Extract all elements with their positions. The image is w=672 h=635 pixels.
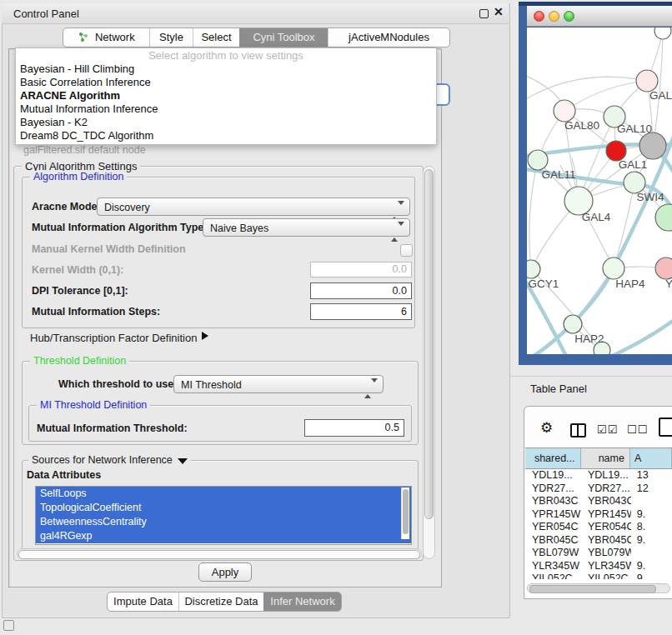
kernel-width-field[interactable]: 0.0 <box>310 262 412 278</box>
list-scrollbar[interactable] <box>401 488 409 539</box>
tab[interactable]: Network <box>63 28 149 47</box>
columns-icon[interactable] <box>570 423 586 438</box>
dropdown-item[interactable]: Bayesian - Hill Climbing <box>16 62 436 76</box>
cell-name: YBR043C <box>581 495 631 508</box>
deselect-checkboxes-icon[interactable]: ☐☐ <box>627 423 648 436</box>
close-icon[interactable]: ✕ <box>494 5 504 18</box>
network-canvas[interactable]: GALGAL80GAL10GAL1GAL11SWI4GAL4GCY1HAP4YH… <box>527 28 672 354</box>
list-item[interactable]: SelfLoops <box>36 487 411 501</box>
network-node[interactable] <box>655 204 672 231</box>
float-window-icon[interactable] <box>479 9 489 18</box>
data-attributes-list[interactable]: SelfLoops TopologicalCoefficient Between… <box>35 486 412 545</box>
table-row[interactable]: YLR345W YLR345W 9. <box>525 560 672 573</box>
cell-value: 9 <box>631 572 672 579</box>
bottom-tab[interactable]: Discretize Data <box>178 592 263 611</box>
tab[interactable]: Style <box>149 28 193 47</box>
list-item[interactable]: gal4RGexp <box>36 529 411 543</box>
dropdown-item-label: Dream8 DC_TDC Algorithm <box>20 129 153 142</box>
network-node-label: GAL <box>649 89 672 102</box>
stepper-icon <box>364 379 378 398</box>
table-horizontal-scrollbar[interactable] <box>527 583 670 593</box>
aracne-mode-select[interactable]: Discovery <box>97 198 410 216</box>
network-node[interactable] <box>603 258 624 279</box>
dropdown-item[interactable]: Basic Correlation Inference <box>16 76 436 89</box>
network-node[interactable] <box>528 150 548 170</box>
collapse-arrow-icon[interactable] <box>178 458 188 464</box>
mi-steps-field[interactable]: 6 <box>310 303 412 320</box>
network-edge <box>527 77 647 102</box>
sources-title-text: Sources for Network Inference <box>32 454 173 466</box>
tab[interactable]: Cyni Toolbox <box>239 28 328 47</box>
network-window-titlebar[interactable] <box>527 6 672 27</box>
table-row[interactable]: YIL052C YIL052C 9 <box>525 572 672 579</box>
table-panel-divider <box>510 376 672 377</box>
dropdown-item[interactable]: Dream8 DC_TDC Algorithm <box>16 129 436 142</box>
dpi-tolerance-field[interactable]: 0.0 <box>310 282 412 299</box>
dropdown-item[interactable]: ARACNE Algorithm <box>16 89 436 102</box>
table-row[interactable]: YBR045C YBR045C 9. <box>525 534 672 548</box>
table-row[interactable]: YDL19... YDL19... 13 <box>525 469 672 482</box>
aracne-mode-label: Aracne Mode: <box>32 201 101 212</box>
gear-icon[interactable]: ⚙ <box>540 419 553 437</box>
bottom-tab[interactable]: Infer Network <box>263 592 341 611</box>
network-node[interactable] <box>639 132 666 159</box>
which-threshold-select[interactable]: MI Threshold <box>173 375 384 393</box>
mi-type-select[interactable]: Naive Bayes <box>203 218 410 237</box>
select-all-checkboxes-icon[interactable]: ☑☑ <box>597 423 618 436</box>
dropdown-item[interactable]: Mutual Information Inference <box>16 102 436 116</box>
table-row[interactable]: YDR27... YDR27... 12 <box>525 482 672 496</box>
data-attributes-label: Data Attributes <box>27 469 101 481</box>
table-panel-title: Table Panel <box>530 382 587 395</box>
dropdown-item[interactable]: Bayesian - K2 <box>16 116 436 129</box>
network-edge <box>529 160 538 269</box>
list-item[interactable]: BetweennessCentrality <box>36 515 411 529</box>
node-table: shared... name A YDL19... YDL19... 13 <box>525 448 672 579</box>
mi-threshold-field[interactable]: 0.5 <box>304 419 404 437</box>
cell-value <box>631 547 672 560</box>
network-node[interactable] <box>564 315 582 333</box>
cell-value: 12 <box>631 482 672 496</box>
maximize-traffic-light-icon[interactable] <box>564 11 574 22</box>
table-row[interactable]: YER054C YER054C 8. <box>525 521 672 534</box>
list-item[interactable]: TopologicalCoefficient <box>36 501 411 515</box>
mi-type-value: Naive Bayes <box>210 222 268 234</box>
table-row[interactable]: YBR043C YBR043C <box>525 495 672 508</box>
column-header-label: A <box>634 452 641 464</box>
cell-value <box>631 495 672 508</box>
table-column-header[interactable]: A <box>630 448 672 468</box>
table-row[interactable]: YPR145W YPR145W 9. <box>525 508 672 522</box>
mi-type-label: Mutual Information Algorithm Type: <box>32 222 207 233</box>
tab[interactable]: Select <box>193 28 239 47</box>
settings-horizontal-scrollbar[interactable] <box>17 548 422 559</box>
desktop: Control Panel ✕ Network Style Select Cyn… <box>0 0 672 635</box>
cell-name: YBR045C <box>581 534 631 548</box>
dropdown-item-label: Mutual Information Inference <box>20 102 158 115</box>
close-traffic-light-icon[interactable] <box>534 11 544 22</box>
cell-name: YLR345W <box>581 560 631 573</box>
mi-threshold-label: Mutual Information Threshold: <box>37 422 188 434</box>
network-node[interactable] <box>655 258 672 279</box>
bottom-tab-label: Discretize Data <box>184 595 258 608</box>
table-chooser-fragment: galFiltered.sif default node <box>23 144 146 156</box>
kernel-width-label: Kernel Width (0,1): <box>32 264 123 276</box>
table-column-header[interactable]: name <box>581 448 630 468</box>
bottom-tab-label: Impute Data <box>113 595 173 608</box>
dock-panel-icon[interactable] <box>3 620 14 631</box>
expand-arrow-icon[interactable] <box>202 332 208 340</box>
hub-section-label: Hub/Transcription Factor Definition <box>30 332 197 344</box>
network-node-label: SWI4 <box>636 191 664 203</box>
apply-button[interactable]: Apply <box>198 562 252 582</box>
table-row[interactable]: YBL079W YBL079W <box>525 547 672 560</box>
control-panel-tabbar: Network Style Select Cyni Toolbox jActiv… <box>63 28 450 48</box>
minimize-traffic-light-icon[interactable] <box>549 11 559 22</box>
tab[interactable]: jActiveMNodules <box>328 28 449 47</box>
cell-shared-name: YPR145W <box>525 508 581 522</box>
bottom-tab[interactable]: Impute Data <box>108 592 178 611</box>
network-node[interactable] <box>654 28 671 39</box>
document-icon[interactable] <box>659 418 672 437</box>
manual-kernel-checkbox[interactable] <box>400 244 413 257</box>
table-column-header[interactable]: shared... <box>525 448 581 468</box>
network-node[interactable] <box>527 260 540 278</box>
settings-vertical-scrollbar[interactable] <box>423 166 435 559</box>
cell-shared-name: YDR27... <box>525 482 581 496</box>
